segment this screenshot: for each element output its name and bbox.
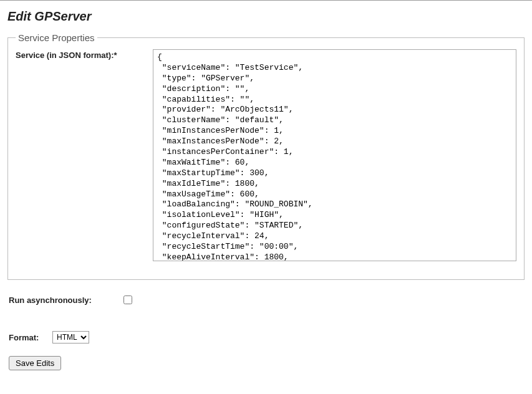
run-async-row: Run asynchronously: (9, 294, 523, 306)
format-select[interactable]: HTML (52, 331, 89, 344)
format-label: Format: (9, 333, 52, 342)
after-fieldset: Run asynchronously: Format: HTML Save Ed… (7, 291, 525, 373)
textarea-wrap (153, 49, 516, 263)
fieldset-legend: Service Properties (16, 32, 97, 43)
service-json-label: Service (in JSON format):* (16, 49, 153, 60)
format-row: Format: HTML (9, 331, 523, 344)
run-async-checkbox[interactable] (123, 296, 132, 304)
service-json-row: Service (in JSON format):* (16, 49, 516, 263)
save-edits-button[interactable]: Save Edits (9, 356, 61, 370)
service-json-input[interactable] (153, 49, 516, 261)
page-container: Edit GPServer Service Properties Service… (0, 0, 532, 378)
run-async-label: Run asynchronously: (9, 296, 121, 305)
page-title: Edit GPServer (7, 9, 525, 24)
service-properties-fieldset: Service Properties Service (in JSON form… (7, 32, 525, 280)
